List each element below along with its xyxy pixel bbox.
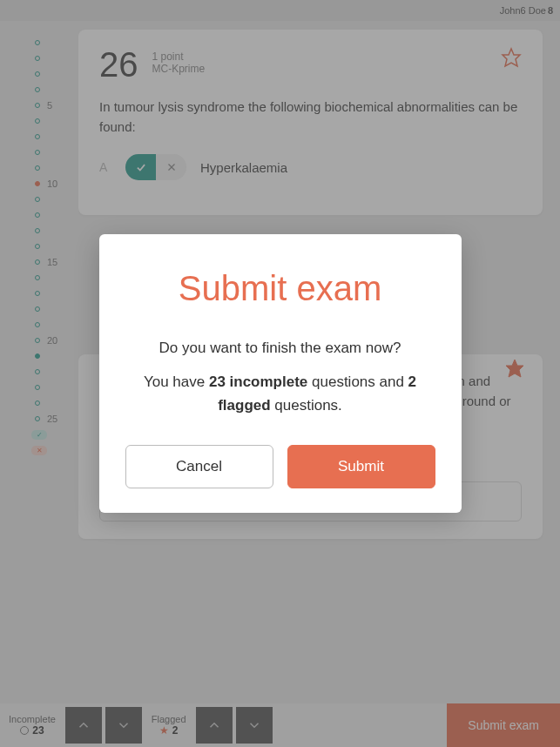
modal-overlay: Submit exam Do you want to finish the ex…	[0, 0, 560, 747]
modal-message-2: You have 23 incomplete questions and 2 f…	[124, 370, 437, 417]
cancel-button[interactable]: Cancel	[125, 445, 273, 488]
modal-title: Submit exam	[124, 269, 437, 308]
submit-exam-modal: Submit exam Do you want to finish the ex…	[99, 234, 462, 514]
submit-button[interactable]: Submit	[287, 445, 435, 488]
modal-message-1: Do you want to finish the exam now?	[124, 336, 437, 360]
